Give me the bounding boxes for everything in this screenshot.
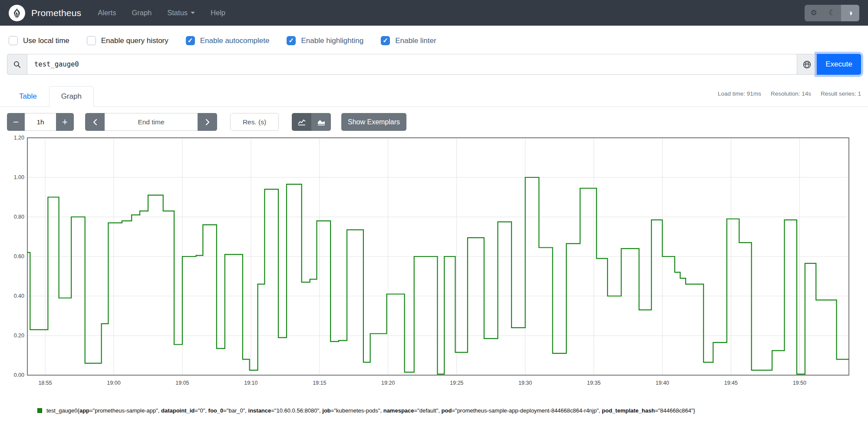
checkbox-icon (381, 36, 390, 45)
chevron-left-icon (92, 119, 98, 126)
stat-result-series: Result series: 1 (821, 90, 861, 97)
svg-text:19:20: 19:20 (381, 380, 395, 386)
time-back-button[interactable] (85, 113, 105, 131)
theme-auto-button[interactable]: ◑ (841, 5, 859, 21)
chevron-down-icon (191, 12, 195, 14)
moon-icon: ☾ (828, 8, 835, 17)
svg-text:0.20: 0.20 (14, 333, 24, 339)
checkbox-enable-highlighting[interactable]: Enable highlighting (287, 36, 363, 45)
svg-text:0.40: 0.40 (14, 293, 24, 299)
chevron-right-icon (205, 119, 210, 126)
svg-text:19:45: 19:45 (724, 380, 738, 386)
svg-text:0.00: 0.00 (14, 372, 24, 378)
checkbox-use-local-time[interactable]: Use local time (9, 36, 69, 45)
query-input[interactable] (27, 54, 797, 75)
line-chart-button[interactable] (292, 113, 311, 131)
decrease-range-button[interactable]: − (7, 113, 25, 131)
svg-text:1.00: 1.00 (14, 174, 24, 180)
options-row: Use local time Enable query history Enab… (0, 26, 868, 54)
checkbox-icon (87, 36, 96, 45)
navbar: Prometheus Alerts Graph Status Help ⚙ ☾ … (0, 0, 868, 26)
svg-text:0.60: 0.60 (14, 253, 24, 260)
range-group: − + (7, 113, 74, 131)
brand[interactable]: Prometheus (9, 5, 81, 21)
graph-controls: − + Show Exemplars (0, 107, 868, 131)
checkbox-enable-autocomplete[interactable]: Enable autocomplete (186, 36, 270, 45)
theme-light-button[interactable]: ⚙ (805, 5, 823, 21)
time-forward-button[interactable] (198, 113, 217, 131)
svg-text:1.20: 1.20 (14, 135, 24, 141)
svg-text:19:15: 19:15 (313, 380, 326, 386)
contrast-icon: ◑ (848, 8, 852, 18)
svg-text:19:40: 19:40 (656, 380, 669, 386)
nav-item-status[interactable]: Status (167, 9, 195, 17)
tabs-row: Table Graph Load time: 91ms Resolution: … (0, 86, 868, 107)
graph-canvas[interactable]: 0.000.200.400.600.801.001.2018:5519:0019… (7, 135, 860, 393)
nav-menu: Alerts Graph Status Help (98, 9, 225, 17)
globe-icon (803, 60, 811, 69)
search-icon (13, 61, 21, 68)
stat-resolution: Resolution: 14s (771, 90, 811, 97)
nav-item-help[interactable]: Help (211, 9, 225, 17)
tab-table[interactable]: Table (7, 86, 49, 107)
svg-text:18:55: 18:55 (38, 380, 52, 386)
show-exemplars-button[interactable]: Show Exemplars (341, 113, 406, 131)
range-input[interactable] (25, 113, 56, 131)
prometheus-logo-icon (9, 5, 25, 21)
increase-range-button[interactable]: + (56, 113, 74, 131)
svg-text:19:35: 19:35 (587, 380, 601, 386)
query-bar: Execute (0, 54, 868, 75)
nav-item-graph[interactable]: Graph (132, 9, 152, 17)
checkbox-enable-linter[interactable]: Enable linter (381, 36, 436, 45)
app-title: Prometheus (31, 8, 81, 18)
theme-dark-button[interactable]: ☾ (823, 5, 841, 21)
stacked-chart-icon (317, 119, 326, 126)
svg-text:19:25: 19:25 (450, 380, 463, 386)
svg-text:19:05: 19:05 (175, 380, 189, 386)
nav-item-alerts[interactable]: Alerts (98, 9, 116, 17)
checkbox-icon (186, 36, 195, 45)
execute-button[interactable]: Execute (817, 54, 861, 75)
end-time-input[interactable] (105, 113, 198, 131)
checkbox-enable-query-history[interactable]: Enable query history (87, 36, 168, 45)
search-addon (7, 54, 27, 75)
svg-text:19:50: 19:50 (793, 380, 806, 386)
checkbox-icon (9, 36, 18, 45)
svg-text:19:00: 19:00 (107, 380, 120, 386)
chart-area: 0.000.200.400.600.801.001.2018:5519:0019… (0, 131, 868, 394)
series-swatch-icon (37, 408, 42, 413)
resolution-input[interactable] (230, 113, 279, 131)
chart-type-toggle (292, 113, 331, 131)
metrics-explorer-addon[interactable] (797, 54, 817, 75)
svg-text:19:10: 19:10 (244, 380, 257, 386)
query-stats: Load time: 91ms Resolution: 14s Result s… (718, 86, 861, 97)
stat-load-time: Load time: 91ms (718, 90, 761, 97)
series-label: test_gauge0{app="prometheus-sample-app",… (46, 407, 695, 414)
svg-text:19:30: 19:30 (518, 380, 532, 386)
tabs: Table Graph (7, 86, 94, 106)
tab-graph[interactable]: Graph (49, 86, 94, 107)
endtime-group (85, 113, 217, 131)
checkbox-icon (287, 36, 296, 45)
gear-icon: ⚙ (810, 8, 817, 17)
line-chart-icon (297, 119, 306, 126)
legend[interactable]: test_gauge0{app="prometheus-sample-app",… (0, 394, 868, 414)
svg-text:0.80: 0.80 (14, 214, 24, 220)
stacked-chart-button[interactable] (311, 113, 331, 131)
theme-toggle-group: ⚙ ☾ ◑ (805, 5, 859, 21)
